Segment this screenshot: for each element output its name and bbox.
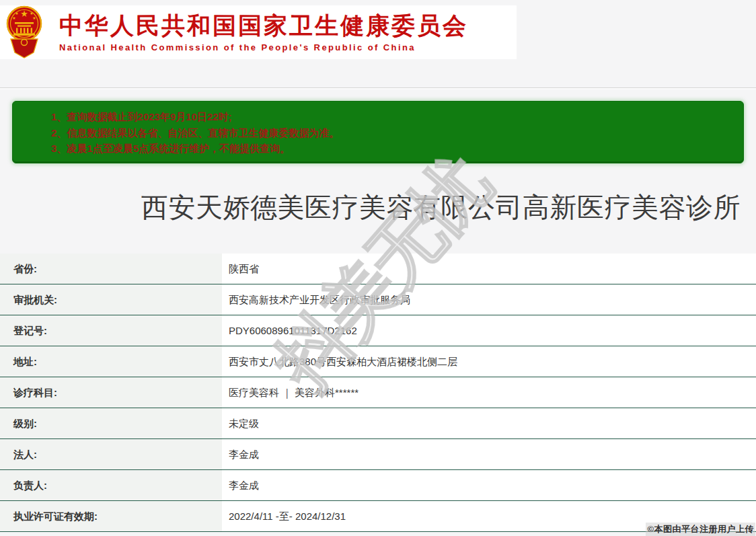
field-value: 未定级: [222, 408, 756, 438]
field-value: 李金成: [222, 439, 756, 469]
svg-text:★: ★: [15, 11, 18, 15]
license-info-table: 省份: 陕西省 审批机关: 西安高新技术产业开发区行政审批服务局 登记号: PD…: [0, 254, 756, 532]
institution-name-title: 西安天娇德美医疗美容有限公司高新医疗美容诊所: [141, 189, 756, 226]
field-value: 陕西省: [222, 254, 756, 284]
field-value: PDY60608961011317D2162: [222, 315, 756, 346]
field-value: 西安市丈八北路380号西安森柏大酒店裙楼北侧二层: [222, 346, 756, 377]
table-row-level: 级别: 未定级: [0, 408, 756, 439]
field-value: 李金成: [222, 470, 756, 500]
header-divider-highlight: [0, 88, 756, 89]
field-label: 级别:: [0, 408, 222, 438]
table-row-person-in-charge: 负责人: 李金成: [0, 470, 756, 501]
field-label: 负责人:: [0, 470, 222, 500]
table-row-license-validity: 执业许可证有效期: 2022/4/11 -至- 2024/12/31: [0, 501, 756, 532]
table-row-approval-authority: 审批机关: 西安高新技术产业开发区行政审批服务局: [0, 284, 756, 315]
footer-upload-stamp: ©本图由平台注册用户上传: [646, 523, 755, 536]
table-row-province: 省份: 陕西省: [0, 254, 756, 284]
field-label: 登记号:: [0, 315, 222, 346]
table-row-legal-person: 法人: 李金成: [0, 439, 756, 470]
notice-line-2: 2、信息数据结果以各省、自治区、直辖市卫生健康委数据为准。: [51, 125, 743, 141]
table-row-diagnosis-subjects: 诊疗科目: 医疗美容科 ｜ 美容外科******: [0, 377, 756, 408]
field-label: 执业许可证有效期:: [0, 501, 222, 531]
field-label: 省份:: [0, 254, 222, 284]
field-label: 地址:: [0, 346, 222, 377]
national-emblem-icon: ★ ★ ★ ★ ★: [5, 5, 44, 59]
table-row-registration-number: 登记号: PDY60608961011317D2162: [0, 315, 756, 346]
svg-text:★: ★: [12, 16, 15, 20]
field-value: 医疗美容科 ｜ 美容外科******: [222, 377, 756, 408]
header-titles: 中华人民共和国国家卫生健康委员会 National Health Commiss…: [59, 13, 468, 52]
field-label: 法人:: [0, 439, 222, 469]
field-value: 西安高新技术产业开发区行政审批服务局: [222, 284, 756, 315]
notice-line-3: 3、凌晨1点至凌晨5点系统进行维护，不能提供查询。: [51, 141, 743, 157]
site-header: ★ ★ ★ ★ ★ 中华人民共和国国家卫生健康委员会 National Heal…: [0, 5, 517, 59]
table-row-address: 地址: 西安市丈八北路380号西安森柏大酒店裙楼北侧二层: [0, 346, 756, 377]
header-title-zh: 中华人民共和国国家卫生健康委员会: [59, 13, 468, 37]
notice-box: 1、查询数据截止到2023年9月10日22时; 2、信息数据结果以各省、自治区、…: [12, 101, 744, 163]
field-label: 诊疗科目:: [0, 377, 222, 408]
svg-text:★: ★: [20, 9, 28, 19]
svg-text:★: ★: [32, 16, 36, 20]
header-title-en: National Health Commission of the People…: [59, 43, 468, 52]
field-label: 审批机关:: [0, 284, 222, 315]
svg-text:★: ★: [30, 11, 33, 15]
notice-line-1: 1、查询数据截止到2023年9月10日22时;: [51, 109, 743, 125]
